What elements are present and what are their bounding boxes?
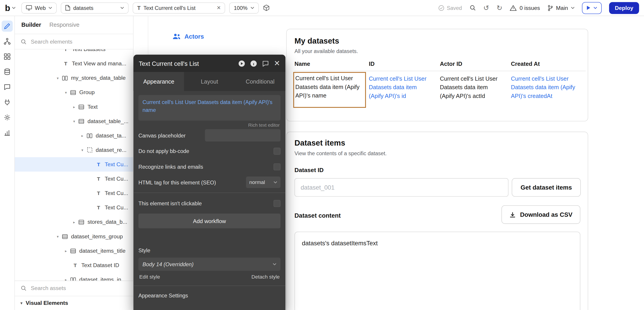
tab-appearance[interactable]: Appearance (134, 72, 184, 91)
appearance-settings-label[interactable]: Appearance Settings (134, 292, 286, 298)
collapse-arrow-icon[interactable]: ▾ (56, 234, 60, 238)
tree-item-label: stores_data_b... (88, 219, 127, 225)
tree-item[interactable]: T Text Cu... (15, 172, 133, 186)
property-editor-header[interactable]: Text Current cell's List ✕ (134, 55, 286, 72)
tree-item[interactable]: T Text Cu... (15, 200, 133, 215)
tree-item[interactable]: ▾ Group (15, 85, 133, 99)
tree-item-label: my_stores_data_table (71, 75, 126, 81)
close-icon[interactable]: × (217, 5, 221, 11)
cell-created-at-text[interactable]: Current cell's List User Datasets data i… (511, 75, 583, 100)
workflow-icon (4, 38, 10, 45)
plugins-tab-button[interactable] (2, 97, 12, 108)
undo-icon[interactable]: ↺ (483, 4, 489, 11)
tab-responsive[interactable]: Responsive (49, 21, 80, 28)
tree-item[interactable]: ▸ Text (15, 99, 133, 114)
recognize-links-label: Recognize links and emails (138, 164, 203, 170)
workflow-tab-button[interactable] (2, 36, 12, 47)
tree-item[interactable]: ▸ stores_data_b... (15, 215, 133, 229)
issues-button[interactable]: 0 issues (510, 5, 540, 11)
preview-button[interactable] (582, 2, 602, 14)
tree-item[interactable]: ▾ dataset_re... (15, 143, 133, 157)
expand-arrow-icon[interactable]: ▸ (72, 105, 76, 109)
search-icon[interactable] (469, 5, 476, 11)
cell-id-text[interactable]: Current cell's List User Datasets data i… (369, 75, 430, 100)
detach-style-link[interactable]: Detach style (251, 274, 280, 280)
design-tab-button[interactable] (2, 21, 12, 32)
element-tab[interactable]: T Text Current cell's List × (133, 2, 225, 13)
comment-icon[interactable] (262, 60, 269, 67)
tree-item-label: Text View and mana... (72, 60, 126, 67)
settings-tab-button[interactable] (2, 112, 12, 123)
chevron-down-icon (571, 7, 574, 9)
play-icon (586, 6, 591, 10)
tree-item-label: Text Cu... (105, 204, 128, 211)
tree-item[interactable]: T Text Datasets (15, 49, 133, 56)
selected-element-outline[interactable]: Current cell's List User Datasets data i… (293, 72, 366, 108)
dataset-id-input[interactable] (294, 178, 508, 197)
element-tree: T Text Datasets T Text View and mana... … (15, 49, 133, 280)
tab-layout[interactable]: Layout (184, 72, 235, 91)
deploy-button[interactable]: Deploy (609, 2, 639, 14)
tree-item-label: dataset_items_group (71, 233, 123, 239)
tree-item[interactable]: T Text Cu... (15, 186, 133, 200)
search-elements-input[interactable] (30, 38, 127, 45)
tree-item[interactable]: ▸ dataset_items_in... (15, 272, 133, 280)
rich-text-editor-hint[interactable]: Rich text editor (134, 121, 286, 128)
redo-icon[interactable]: ↻ (496, 4, 502, 11)
logs-tab-button[interactable] (2, 127, 12, 138)
tree-item[interactable]: T Text View and mana... (15, 56, 133, 71)
visual-elements-section[interactable]: ▾ Visual Elements (15, 296, 133, 310)
dataset-content-box[interactable]: datasets's datasetItemsText (294, 232, 580, 310)
dataset-content-text: datasets's datasetItemsText (302, 239, 378, 246)
not-clickable-checkbox[interactable] (274, 200, 280, 207)
platform-selector[interactable]: Web (21, 2, 57, 13)
info-icon[interactable] (250, 60, 257, 67)
tab-conditional[interactable]: Conditional (235, 72, 286, 91)
bbcode-checkbox[interactable] (274, 147, 280, 154)
page-selector[interactable]: datasets (61, 2, 129, 13)
style-select[interactable]: Body 14 (Overridden) (138, 258, 280, 271)
collapse-arrow-icon[interactable]: ▾ (64, 90, 68, 94)
preview-element-play-icon[interactable] (238, 60, 245, 67)
tree-item[interactable]: ▾ dataset_table_... (15, 114, 133, 128)
chevron-down-icon (120, 7, 124, 9)
component-cube-icon[interactable] (263, 4, 270, 11)
recognize-links-checkbox[interactable] (274, 163, 280, 170)
expand-arrow-icon[interactable]: ▸ (64, 249, 68, 253)
dataset-items-card: Dataset items View the contents of a spe… (286, 132, 588, 310)
edit-style-link[interactable]: Edit style (139, 274, 160, 280)
branch-selector[interactable]: Main (547, 5, 574, 11)
chevron-down-icon (49, 7, 52, 9)
tab-builder[interactable]: Builder (21, 21, 41, 28)
components-tab-button[interactable] (2, 51, 12, 62)
data-tab-button[interactable] (2, 66, 12, 77)
bubble-logo-menu[interactable]: b (5, 4, 16, 12)
tree-item-selected[interactable]: T Text Cu... (15, 157, 133, 172)
search-assets-input[interactable] (30, 285, 127, 291)
canvas-placeholder-input[interactable] (205, 129, 280, 141)
rich-text-value-box[interactable]: Current cell's List User Datasets data i… (138, 95, 280, 121)
tree-item-label: dataset_re... (96, 147, 126, 153)
tree-item[interactable]: ▸ dataset_ta... (15, 128, 133, 143)
add-workflow-button[interactable]: Add workflow (138, 214, 280, 228)
expand-arrow-icon[interactable]: ▸ (72, 220, 76, 224)
collapse-arrow-icon[interactable]: ▾ (56, 76, 60, 80)
text-element-icon: T (62, 49, 69, 52)
group-element-icon (78, 219, 84, 224)
cell-actor-id-text[interactable]: Current cell's List User Datasets data i… (440, 75, 500, 100)
tree-item[interactable]: ▾ my_stores_data_table (15, 71, 133, 85)
tree-item[interactable]: ▾ dataset_items_group (15, 229, 133, 243)
collapse-arrow-icon[interactable]: ▾ (72, 119, 76, 123)
nav-item-actors[interactable]: Actors (172, 33, 204, 40)
collapse-arrow-icon[interactable]: ▾ (80, 148, 84, 152)
expand-arrow-icon[interactable]: ▸ (80, 133, 84, 137)
tree-item[interactable]: ▸ dataset_items_title (15, 243, 133, 258)
get-dataset-items-button[interactable]: Get dataset items (512, 178, 581, 197)
close-icon[interactable]: ✕ (274, 60, 280, 67)
seo-tag-select[interactable]: normal (246, 177, 280, 188)
download-csv-button[interactable]: Download as CSV (502, 205, 580, 224)
zoom-selector[interactable]: 100% (230, 2, 259, 13)
expand-arrow-icon[interactable]: ▸ (64, 277, 68, 280)
tree-item[interactable]: T Text Dataset ID (15, 258, 133, 272)
styles-tab-button[interactable] (2, 82, 12, 93)
